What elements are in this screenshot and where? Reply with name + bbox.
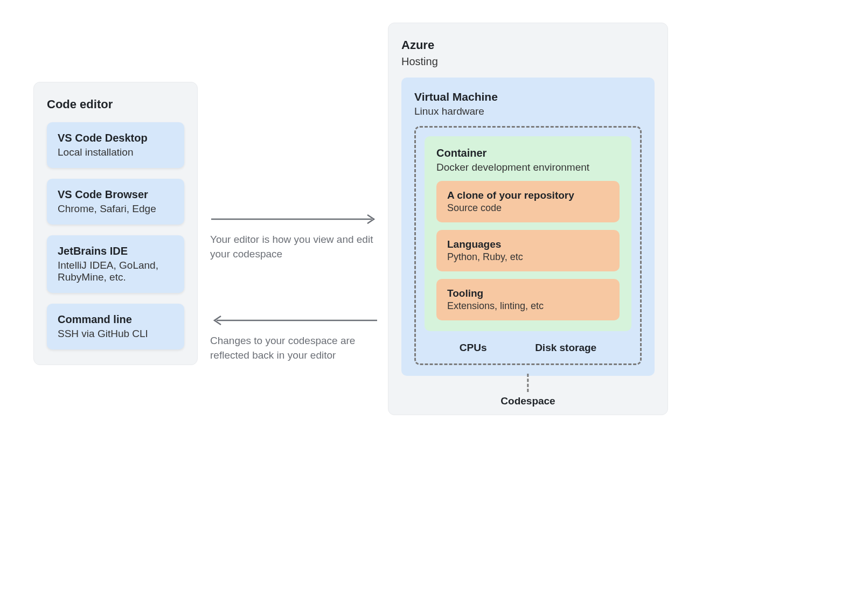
vm-sub: Linux hardware: [414, 106, 642, 117]
code-editor-panel: Code editor VS Code Desktop Local instal…: [33, 82, 198, 365]
editor-card-jetbrains: JetBrains IDE IntelliJ IDEA, GoLand, Rub…: [47, 235, 184, 293]
arrow-right-icon: [210, 213, 378, 225]
arrow-right-block: Your editor is how you view and edit you…: [210, 213, 383, 261]
container-item-title: Tooling: [447, 288, 609, 299]
codespace-dashed-box: Container Docker development environment…: [414, 126, 642, 365]
arrow-left-icon: [210, 314, 378, 326]
container-item-title: A clone of your repository: [447, 190, 609, 201]
azure-sub: Hosting: [401, 55, 655, 68]
editor-card-title: Command line: [58, 313, 173, 326]
editor-card-sub: IntelliJ IDEA, GoLand, RubyMine, etc.: [58, 260, 173, 283]
container-item-repo: A clone of your repository Source code: [436, 181, 620, 222]
arrow-left-caption: Changes to your codespace are reflected …: [210, 334, 377, 362]
container-item-sub: Source code: [447, 202, 609, 214]
container-item-title: Languages: [447, 239, 609, 250]
hardware-row: CPUs Disk storage: [425, 340, 631, 355]
vm-title: Virtual Machine: [414, 90, 642, 103]
container-item-languages: Languages Python, Ruby, etc: [436, 230, 620, 271]
editor-card-title: VS Code Browser: [58, 188, 173, 201]
azure-title: Azure: [401, 38, 655, 52]
editor-card-vscode-browser: VS Code Browser Chrome, Safari, Edge: [47, 179, 184, 225]
editor-card-vscode-desktop: VS Code Desktop Local installation: [47, 122, 184, 168]
editor-card-sub: Local installation: [58, 146, 173, 158]
hw-disk: Disk storage: [535, 342, 596, 354]
arrow-left-block: Changes to your codespace are reflected …: [210, 314, 383, 362]
code-editor-title: Code editor: [47, 97, 184, 111]
editor-card-sub: SSH via GitHub CLI: [58, 328, 173, 340]
arrow-right-caption: Your editor is how you view and edit you…: [210, 233, 377, 261]
container-title: Container: [436, 147, 620, 159]
vm-box: Virtual Machine Linux hardware Container…: [401, 78, 655, 376]
container-box: Container Docker development environment…: [425, 136, 631, 331]
codespace-leader-line: [527, 374, 529, 392]
codespace-leader: Codespace: [500, 374, 555, 407]
editor-card-title: VS Code Desktop: [58, 132, 173, 144]
container-item-tooling: Tooling Extensions, linting, etc: [436, 279, 620, 320]
container-item-sub: Python, Ruby, etc: [447, 251, 609, 263]
editor-card-cli: Command line SSH via GitHub CLI: [47, 304, 184, 349]
hw-cpus: CPUs: [460, 342, 487, 354]
container-item-sub: Extensions, linting, etc: [447, 300, 609, 312]
container-sub: Docker development environment: [436, 162, 620, 173]
azure-panel: Azure Hosting Virtual Machine Linux hard…: [388, 23, 668, 415]
codespace-label: Codespace: [500, 395, 555, 407]
editor-card-title: JetBrains IDE: [58, 245, 173, 257]
editor-card-sub: Chrome, Safari, Edge: [58, 203, 173, 215]
